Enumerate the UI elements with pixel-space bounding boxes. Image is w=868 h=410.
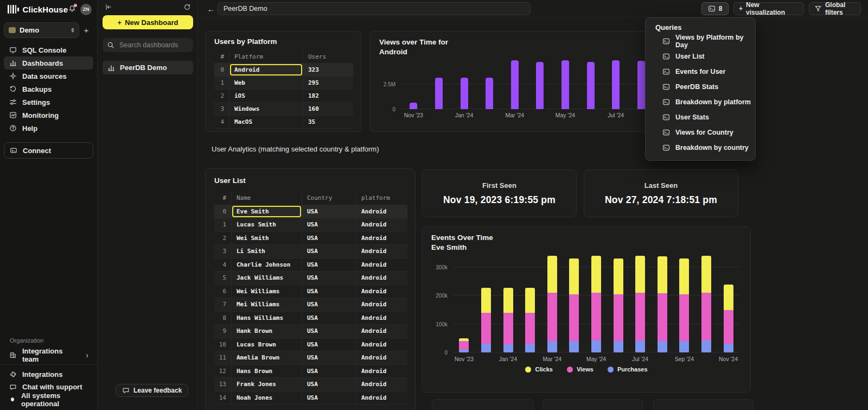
table-row[interactable]: 6Wei WilliamsUSAAndroid <box>214 285 407 299</box>
query-menu-item[interactable]: PeerDB Stats <box>646 79 755 94</box>
table-row[interactable]: 5Jack WilliamsUSAAndroid <box>214 272 407 285</box>
table-cell[interactable]: 0 <box>214 205 232 218</box>
back-button[interactable]: ← <box>206 3 216 14</box>
table-cell[interactable]: Android <box>356 351 407 364</box>
table-cell[interactable]: Android <box>356 245 407 258</box>
table-cell[interactable]: 6 <box>214 285 232 298</box>
table-cell[interactable]: Android <box>356 312 407 325</box>
add-workspace-button[interactable]: + <box>79 26 93 35</box>
table-cell[interactable]: 2 <box>214 232 232 245</box>
table-cell[interactable]: Mei Williams <box>232 298 302 311</box>
table-cell[interactable]: 323 <box>303 64 353 76</box>
new-dashboard-button[interactable]: + New Dashboard <box>103 15 193 29</box>
sidebar-item-backups[interactable]: Backups <box>4 83 93 96</box>
table-cell[interactable]: Jack Williams <box>232 272 302 285</box>
avatar[interactable]: ZN <box>80 4 92 15</box>
table-cell[interactable]: USA <box>302 272 356 285</box>
sidebar-item-help[interactable]: Help <box>4 122 93 135</box>
table-cell[interactable]: Web <box>229 77 303 89</box>
table-row[interactable]: 0Android323 <box>214 64 353 77</box>
table-cell[interactable]: Android <box>356 232 407 245</box>
table-cell[interactable]: 1 <box>214 77 229 89</box>
table-row[interactable]: 2iOS182 <box>214 90 353 103</box>
dashboard-title-input[interactable] <box>218 2 531 15</box>
table-row[interactable]: 13Frank JonesUSAAndroid <box>214 378 407 392</box>
table-cell[interactable]: Android <box>356 365 407 378</box>
table-cell[interactable]: Hans Williams <box>232 312 302 325</box>
refresh-icon[interactable] <box>183 3 191 11</box>
table-cell[interactable]: 12 <box>214 365 232 378</box>
selected-cell[interactable]: Android <box>229 64 303 76</box>
legend-item-clicks[interactable]: Clicks <box>525 366 552 373</box>
collapse-panel-icon[interactable] <box>105 3 112 11</box>
table-row[interactable]: 14Noah JonesUSAAndroid <box>214 392 407 405</box>
table-row[interactable]: 3Windows160 <box>214 103 353 116</box>
table-row[interactable]: 4MacOS35 <box>214 116 353 129</box>
table-cell[interactable]: USA <box>302 351 356 364</box>
table-cell[interactable]: USA <box>302 245 356 258</box>
table-row[interactable]: 3Li SmithUSAAndroid <box>214 245 407 258</box>
legend-item-views[interactable]: Views <box>567 366 593 373</box>
table-cell[interactable]: Wei Williams <box>232 285 302 298</box>
table-cell[interactable]: 4 <box>214 116 229 128</box>
queries-button[interactable]: 8 <box>701 2 729 15</box>
notifications-button[interactable] <box>68 5 76 14</box>
table-cell[interactable]: Charlie Johnson <box>232 258 302 272</box>
table-row[interactable]: 10Lucas BrownUSAAndroid <box>214 338 407 352</box>
sidebar-item-sql-console[interactable]: SQL Console <box>4 43 93 56</box>
table-row[interactable]: 1Lucas SmithUSAAndroid <box>214 218 407 232</box>
search-input[interactable] <box>118 41 208 49</box>
table-cell[interactable]: 5 <box>214 272 232 285</box>
table-cell[interactable]: Android <box>356 258 407 272</box>
table-cell[interactable]: 8 <box>214 312 232 325</box>
sidebar-item-dashboards[interactable]: Dashboards <box>4 56 93 70</box>
table-cell[interactable]: 160 <box>303 103 353 115</box>
footer-item-integrations[interactable]: Integrations <box>4 368 94 381</box>
dashboard-list-item[interactable]: PeerDB Demo <box>103 61 193 74</box>
table-row[interactable]: 7Mei WilliamsUSAAndroid <box>214 298 407 312</box>
table-row[interactable]: 4Charlie JohnsonUSAAndroid <box>214 258 407 272</box>
table-cell[interactable]: Frank Jones <box>232 378 302 391</box>
table-row[interactable]: 11Amelia BrownUSAAndroid <box>214 351 407 365</box>
table-cell[interactable]: USA <box>302 312 356 325</box>
sidebar-item-integrations-team[interactable]: Integrations team › <box>4 348 94 362</box>
table-cell[interactable]: Android <box>356 325 407 338</box>
table-cell[interactable]: Android <box>356 378 407 391</box>
sidebar-item-monitoring[interactable]: Monitoring <box>4 109 93 122</box>
table-cell[interactable]: USA <box>302 392 356 405</box>
table-cell[interactable]: Lucas Smith <box>232 218 302 231</box>
table-cell[interactable]: iOS <box>229 90 303 102</box>
query-menu-item[interactable]: User Stats <box>646 110 755 125</box>
query-menu-item[interactable]: Breakdown by platform <box>646 94 755 110</box>
leave-feedback-button[interactable]: Leave feedback <box>116 384 188 397</box>
table-cell[interactable]: 3 <box>214 103 229 115</box>
table-cell[interactable]: Hank Brown <box>232 325 302 338</box>
table-row[interactable]: 8Hans WilliamsUSAAndroid <box>214 312 407 325</box>
table-cell[interactable]: Noah Jones <box>232 392 302 405</box>
table-cell[interactable]: USA <box>302 298 356 311</box>
footer-item-all-systems-operational[interactable]: All systems operational <box>4 393 94 406</box>
table-cell[interactable]: 182 <box>303 90 353 102</box>
new-visualization-button[interactable]: + New visualization <box>733 2 804 15</box>
selected-cell[interactable]: Eve Smith <box>232 205 302 218</box>
table-cell[interactable]: Android <box>356 298 407 311</box>
query-menu-item[interactable]: Views for Country <box>646 125 755 140</box>
query-menu-item[interactable]: Events for User <box>646 64 755 79</box>
table-row[interactable]: 2Wei SmithUSAAndroid <box>214 232 407 245</box>
table-cell[interactable]: USA <box>302 285 356 298</box>
table-cell[interactable]: USA <box>302 325 356 338</box>
table-cell[interactable]: Lucas Brown <box>232 338 302 351</box>
table-cell[interactable]: 13 <box>214 378 232 391</box>
table-cell[interactable]: USA <box>302 378 356 391</box>
query-menu-item[interactable]: Views by Platform by Day <box>646 34 755 49</box>
table-cell[interactable]: Android <box>356 205 407 218</box>
table-cell[interactable]: 10 <box>214 338 232 351</box>
query-menu-item[interactable]: Breakdown by country <box>646 140 755 155</box>
table-cell[interactable]: 0 <box>214 64 229 76</box>
table-cell[interactable]: USA <box>302 232 356 245</box>
table-cell[interactable]: USA <box>302 218 356 231</box>
table-cell[interactable]: Amelia Brown <box>232 351 302 364</box>
sidebar-item-data-sources[interactable]: Data sources <box>4 70 93 83</box>
table-cell[interactable]: 295 <box>303 77 353 89</box>
sidebar-item-settings[interactable]: Settings <box>4 96 93 109</box>
